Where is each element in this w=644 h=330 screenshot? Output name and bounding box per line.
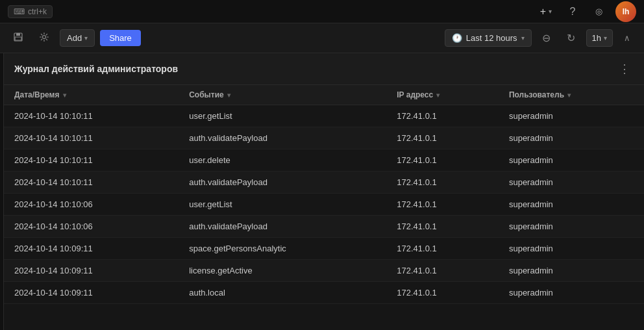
share-button[interactable]: Share: [100, 30, 141, 46]
table-row[interactable]: 2024-10-14 10:10:11auth.validatePayload1…: [4, 171, 644, 194]
filter-icon-user[interactable]: ▾: [567, 92, 571, 99]
cell-event: license.getActive: [179, 260, 386, 282]
log-panel: Журнал действий администраторов ⋮ Дата/В…: [4, 53, 644, 330]
table-row[interactable]: 2024-10-14 10:09:11space.getPersonsAnaly…: [4, 238, 644, 260]
cell-ip: 172.41.0.1: [386, 216, 499, 238]
cell-user: superadmin: [499, 194, 644, 216]
table-row[interactable]: 2024-10-14 10:10:06user.getList172.41.0.…: [4, 194, 644, 216]
top-bar-right: + ▾ ? ◎ Ih: [536, 1, 636, 22]
cell-event: auth.validatePayload: [179, 216, 386, 238]
cell-datetime: 2024-10-14 10:10:06: [4, 194, 179, 216]
gear-icon: [39, 32, 49, 44]
help-button[interactable]: ?: [564, 3, 582, 21]
chevron-down-icon: ▾: [84, 34, 88, 42]
cell-ip: 172.41.0.1: [386, 282, 499, 304]
col-datetime: Дата/Время ▾: [4, 85, 179, 105]
panel-title: Журнал действий администраторов: [14, 64, 178, 74]
filter-icon-datetime[interactable]: ▾: [63, 92, 66, 99]
table-container[interactable]: Дата/Время ▾ Событие ▾ I: [4, 85, 644, 330]
svg-rect-1: [16, 33, 20, 36]
kbd-shortcut[interactable]: ⌨ ctrl+k: [8, 5, 53, 18]
cell-event: user.getList: [179, 194, 386, 216]
refresh-button[interactable]: ↻: [562, 29, 581, 48]
cell-user: superadmin: [499, 105, 644, 127]
cell-datetime: 2024-10-14 10:10:11: [4, 105, 179, 127]
cell-datetime: 2024-10-14 10:09:11: [4, 260, 179, 282]
interval-selector[interactable]: 1h ▾: [586, 29, 613, 47]
col-ip-label: IP адресс: [397, 90, 433, 99]
plus-icon: +: [540, 6, 546, 18]
toolbar-right: 🕐 Last 12 hours ▾ ⊖ ↻ 1h ▾ ∧: [445, 29, 636, 48]
cell-event: user.getList: [179, 105, 386, 127]
collapse-button[interactable]: ∧: [618, 29, 636, 47]
cell-ip: 172.41.0.1: [386, 260, 499, 282]
cell-ip: 172.41.0.1: [386, 149, 499, 171]
cell-user: superadmin: [499, 171, 644, 194]
avatar[interactable]: Ih: [615, 1, 636, 22]
cell-user: superadmin: [499, 149, 644, 171]
table-row[interactable]: 2024-10-14 10:10:11user.getList172.41.0.…: [4, 105, 644, 127]
ellipsis-icon: ⋮: [619, 62, 630, 76]
rss-icon: ◎: [595, 6, 602, 16]
cell-datetime: 2024-10-14 10:10:11: [4, 149, 179, 171]
cell-user: superadmin: [499, 127, 644, 149]
filter-icon-event[interactable]: ▾: [227, 92, 230, 99]
table-row[interactable]: 2024-10-14 10:10:11user.delete172.41.0.1…: [4, 149, 644, 171]
chevron-down-icon: ▾: [521, 34, 525, 42]
table-row[interactable]: 2024-10-14 10:09:11auth.local172.41.0.1s…: [4, 282, 644, 304]
panel-header: Журнал действий администраторов ⋮: [4, 53, 644, 85]
help-icon: ?: [570, 6, 576, 18]
add-button[interactable]: Add ▾: [60, 29, 95, 47]
toolbar: Add ▾ Share 🕐 Last 12 hours ▾ ⊖ ↻ 1h ▾ ∧: [0, 23, 644, 53]
feed-button[interactable]: ◎: [589, 3, 608, 21]
col-datetime-label: Дата/Время: [14, 90, 60, 99]
clock-icon: 🕐: [452, 33, 462, 43]
cell-ip: 172.41.0.1: [386, 105, 499, 127]
avatar-text: Ih: [623, 7, 630, 16]
cell-datetime: 2024-10-14 10:10:11: [4, 171, 179, 194]
cell-event: space.getPersonsAnalytic: [179, 238, 386, 260]
table-body: 2024-10-14 10:10:11user.getList172.41.0.…: [4, 105, 644, 304]
top-bar-left: ⌨ ctrl+k: [8, 5, 53, 18]
shortcut-label: ctrl+k: [28, 7, 47, 16]
cell-event: auth.local: [179, 282, 386, 304]
cell-datetime: 2024-10-14 10:09:11: [4, 282, 179, 304]
cell-datetime: 2024-10-14 10:10:06: [4, 216, 179, 238]
table-row[interactable]: 2024-10-14 10:10:11auth.validatePayload1…: [4, 127, 644, 149]
save-button[interactable]: [8, 28, 29, 49]
col-user-label: Пользователь: [509, 90, 564, 99]
table-header: Дата/Время ▾ Событие ▾ I: [4, 85, 644, 105]
cell-event: auth.validatePayload: [179, 171, 386, 194]
cell-event: auth.validatePayload: [179, 127, 386, 149]
filter-icon-ip[interactable]: ▾: [436, 92, 440, 99]
interval-label: 1h: [592, 33, 601, 43]
cell-ip: 172.41.0.1: [386, 194, 499, 216]
settings-button[interactable]: [34, 28, 55, 49]
svg-point-3: [43, 36, 46, 39]
zoom-out-icon: ⊖: [542, 32, 551, 44]
plus-button[interactable]: + ▾: [536, 5, 556, 19]
save-icon: [13, 32, 23, 44]
cell-user: superadmin: [499, 260, 644, 282]
cell-event: user.delete: [179, 149, 386, 171]
table-row[interactable]: 2024-10-14 10:10:06auth.validatePayload1…: [4, 216, 644, 238]
cell-ip: 172.41.0.1: [386, 127, 499, 149]
time-range-selector[interactable]: 🕐 Last 12 hours ▾: [445, 29, 532, 47]
cell-user: superadmin: [499, 282, 644, 304]
cell-ip: 172.41.0.1: [386, 238, 499, 260]
col-ip: IP адресс ▾: [386, 85, 499, 105]
chevron-down-icon: ▾: [549, 8, 552, 15]
zoom-out-button[interactable]: ⊖: [537, 29, 556, 48]
keyboard-icon: ⌨: [14, 7, 25, 16]
col-event-label: Событие: [189, 90, 224, 99]
panel-menu-button[interactable]: ⋮: [615, 60, 634, 78]
toolbar-left: Add ▾ Share: [8, 28, 141, 49]
table-row[interactable]: 2024-10-14 10:09:11license.getActive172.…: [4, 260, 644, 282]
chevron-up-icon: ∧: [624, 33, 630, 43]
refresh-icon: ↻: [567, 32, 575, 44]
cell-datetime: 2024-10-14 10:10:11: [4, 127, 179, 149]
col-user: Пользователь ▾: [499, 85, 644, 105]
share-label: Share: [109, 33, 132, 43]
cell-user: superadmin: [499, 238, 644, 260]
svg-rect-2: [15, 37, 21, 40]
